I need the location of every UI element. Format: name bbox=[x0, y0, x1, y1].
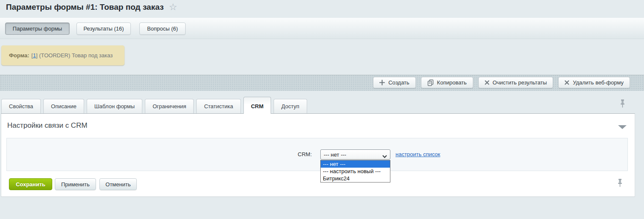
save-button[interactable]: Сохранить bbox=[9, 178, 52, 190]
copy-icon bbox=[427, 79, 434, 86]
crm-field-label: CRM: bbox=[205, 149, 312, 160]
x-icon bbox=[565, 80, 569, 85]
delete-webform-button[interactable]: Удалить веб-форму bbox=[558, 77, 630, 88]
delete-webform-button-label: Удалить веб-форму bbox=[573, 79, 624, 86]
settings-tab-strip: Свойства Описание Шаблон формы Ограничен… bbox=[1, 97, 307, 114]
favorite-star-icon[interactable]: ☆ bbox=[169, 3, 177, 12]
page-title-row: Параметры формы #1: Товар под заказ ☆ bbox=[6, 3, 177, 12]
action-toolbar: Создать Копировать Очистить результаты У… bbox=[0, 75, 644, 91]
dropdown-option-configure-new[interactable]: --- настроить новый --- bbox=[321, 168, 390, 175]
dropdown-option-none[interactable]: --- нет --- bbox=[321, 160, 390, 168]
form-info-description: (TOORDER) Товар под заказ bbox=[37, 52, 113, 59]
tab-form-template[interactable]: Шаблон формы bbox=[87, 99, 142, 113]
form-info-box: Форма:[1] (TOORDER) Товар под заказ bbox=[1, 45, 124, 65]
apply-button[interactable]: Применить bbox=[55, 178, 96, 190]
pin-icon[interactable] bbox=[620, 99, 625, 110]
tab-restrictions[interactable]: Ограничения bbox=[145, 99, 194, 113]
collapse-section-icon[interactable] bbox=[618, 125, 627, 129]
copy-button-label: Копировать bbox=[437, 79, 467, 86]
create-button-label: Создать bbox=[388, 79, 409, 86]
chevron-down-icon bbox=[382, 153, 387, 160]
crm-field-row bbox=[6, 138, 628, 171]
crm-select[interactable]: --- нет --- bbox=[320, 149, 390, 160]
x-icon bbox=[485, 80, 489, 85]
cancel-button[interactable]: Отменить bbox=[99, 178, 137, 190]
nav-button-questions[interactable]: Вопросы (6) bbox=[139, 22, 186, 35]
pin-icon[interactable] bbox=[617, 179, 623, 189]
crm-section-title: Настройки связи с CRM bbox=[7, 121, 88, 130]
crm-select-value: --- нет --- bbox=[324, 152, 346, 158]
plus-icon bbox=[379, 80, 385, 85]
crm-select-dropdown: --- нет --- --- настроить новый --- Битр… bbox=[320, 160, 390, 182]
form-info-label: Форма: bbox=[9, 52, 29, 59]
tab-crm[interactable]: CRM bbox=[243, 97, 271, 114]
page-title: Параметры формы #1: Товар под заказ bbox=[6, 3, 164, 12]
top-nav-bar: Параметры формы Результаты (16) Вопросы … bbox=[0, 18, 644, 39]
dropdown-option-bitrix24[interactable]: Битрикс24 bbox=[321, 175, 390, 182]
clear-results-button-label: Очистить результаты bbox=[493, 79, 547, 86]
tab-statistics[interactable]: Статистика bbox=[196, 99, 240, 113]
nav-button-form-params[interactable]: Параметры формы bbox=[5, 22, 70, 35]
create-button[interactable]: Создать bbox=[373, 77, 415, 88]
tab-access[interactable]: Доступ bbox=[274, 99, 307, 113]
form-id-link[interactable]: 1 bbox=[33, 52, 36, 59]
tab-properties[interactable]: Свойства bbox=[1, 99, 41, 113]
configure-list-link[interactable]: настроить список bbox=[395, 149, 440, 160]
crm-tab-panel: Настройки связи с CRM CRM: --- нет --- н… bbox=[1, 113, 635, 197]
nav-button-results[interactable]: Результаты (16) bbox=[76, 22, 131, 35]
clear-results-button[interactable]: Очистить результаты bbox=[478, 77, 554, 88]
toolbar-buttons: Создать Копировать Очистить результаты У… bbox=[373, 77, 630, 88]
tab-description[interactable]: Описание bbox=[43, 99, 84, 113]
copy-button[interactable]: Копировать bbox=[421, 77, 473, 88]
